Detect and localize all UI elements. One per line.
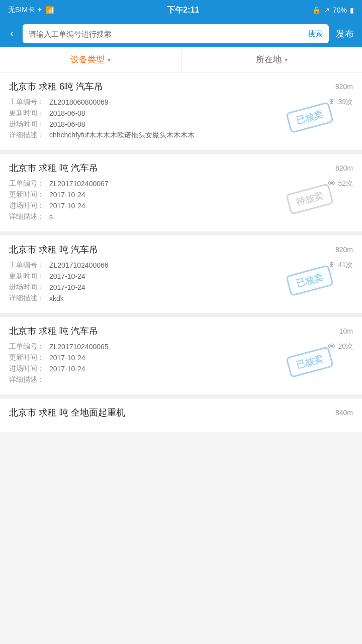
update-time-row: 更新时间： 2018-06-08 bbox=[9, 109, 353, 118]
entry-time-row: 进场时间： 2018-06-08 bbox=[9, 120, 353, 129]
item-title-row: 北京市 求租 吨 全地面起重机 840m bbox=[9, 407, 353, 419]
item-distance: 820m bbox=[335, 164, 353, 172]
view-count: 👁 41次 bbox=[328, 261, 353, 270]
entry-time-row: 进场时间： 2017-10-24 bbox=[9, 201, 353, 210]
no-sim-label: 无SIM卡 ✦ bbox=[8, 6, 43, 15]
item-title-row: 北京市 求租 6吨 汽车吊 820m bbox=[9, 80, 353, 93]
entry-time-value: 2017-10-24 bbox=[49, 283, 85, 291]
status-bar: 无SIM卡 ✦ 📶 下午2:11 🔒 ↗ 70% ▮ bbox=[0, 0, 362, 20]
item-distance: 820m bbox=[335, 83, 353, 91]
update-time-label: 更新时间： bbox=[9, 272, 49, 281]
search-container: 搜索 bbox=[23, 24, 329, 43]
eye-icon: 👁 bbox=[328, 261, 336, 270]
description-label: 详细描述： bbox=[9, 375, 49, 384]
order-no-value: ZL2017102400065 bbox=[49, 343, 109, 351]
order-no-value: ZL2018060800069 bbox=[49, 98, 109, 106]
order-no-value: ZL2017102400066 bbox=[49, 261, 109, 269]
item-distance: 820m bbox=[335, 246, 353, 254]
item-distance: 840m bbox=[335, 409, 353, 417]
update-time-value: 2017-10-24 bbox=[49, 272, 85, 280]
update-time-label: 更新时间： bbox=[9, 109, 49, 118]
item-title: 北京市 求租 吨 汽车吊 bbox=[9, 244, 98, 256]
list-item[interactable]: 北京市 求租 6吨 汽车吊 820m 工单编号： ZL2018060800069… bbox=[0, 72, 362, 150]
order-no-value: ZL2017102400067 bbox=[49, 180, 109, 188]
back-button[interactable]: ‹ bbox=[6, 23, 18, 44]
list-item[interactable]: 北京市 求租 吨 全地面起重机 840m bbox=[0, 398, 362, 432]
list-item[interactable]: 北京市 求租 吨 汽车吊 10m 工单编号： ZL2017102400065 👁… bbox=[0, 317, 362, 394]
description-label: 详细描述： bbox=[9, 212, 49, 221]
search-button[interactable]: 搜索 bbox=[302, 29, 329, 39]
update-time-value: 2017-10-24 bbox=[49, 191, 85, 199]
description-label: 详细描述： bbox=[9, 294, 49, 303]
order-no-row: 工单编号： ZL2017102400066 👁 41次 bbox=[9, 261, 353, 270]
wifi-icon: 📶 bbox=[46, 6, 54, 14]
item-title: 北京市 求租 吨 汽车吊 bbox=[9, 162, 98, 174]
description-value: chhchchfyfuf木木木木欧诺拖头女魔头木木木木 bbox=[49, 131, 195, 140]
battery-icon: ▮ bbox=[350, 6, 354, 14]
update-time-value: 2018-06-08 bbox=[49, 109, 85, 117]
nav-bar: ‹ 搜索 发布 bbox=[0, 20, 362, 47]
description-row: 详细描述： bbox=[9, 375, 353, 384]
view-count-label: 20次 bbox=[338, 342, 353, 351]
entry-time-label: 进场时间： bbox=[9, 201, 49, 210]
description-value: s bbox=[49, 213, 53, 221]
update-time-label: 更新时间： bbox=[9, 353, 49, 362]
filter-device-type[interactable]: 设备类型 ▾ bbox=[0, 47, 182, 72]
description-row: 详细描述： xkdk bbox=[9, 294, 353, 303]
list-item[interactable]: 北京市 求租 吨 汽车吊 820m 工单编号： ZL2017102400067 … bbox=[0, 154, 362, 231]
order-no-label: 工单编号： bbox=[9, 261, 49, 270]
entry-time-value: 2017-10-24 bbox=[49, 365, 85, 373]
item-title-row: 北京市 求租 吨 汽车吊 820m bbox=[9, 244, 353, 256]
order-no-label: 工单编号： bbox=[9, 98, 49, 107]
update-time-label: 更新时间： bbox=[9, 190, 49, 199]
update-time-value: 2017-10-24 bbox=[49, 354, 85, 362]
entry-time-value: 2017-10-24 bbox=[49, 202, 85, 210]
item-distance: 10m bbox=[339, 327, 353, 335]
item-title-row: 北京市 求租 吨 汽车吊 10m bbox=[9, 325, 353, 337]
view-count-label: 52次 bbox=[338, 179, 353, 188]
filter-device-type-arrow: ▾ bbox=[108, 56, 111, 63]
view-count: 👁 39次 bbox=[328, 98, 353, 107]
order-no-row: 工单编号： ZL2017102400067 👁 52次 bbox=[9, 179, 353, 188]
list-container: 北京市 求租 6吨 汽车吊 820m 工单编号： ZL2018060800069… bbox=[0, 72, 362, 432]
battery-label: 70% bbox=[333, 6, 347, 14]
list-item[interactable]: 北京市 求租 吨 汽车吊 820m 工单编号： ZL2017102400066 … bbox=[0, 235, 362, 313]
lock-icon: 🔒 bbox=[312, 6, 321, 14]
publish-button[interactable]: 发布 bbox=[334, 24, 356, 44]
filter-location-arrow: ▾ bbox=[285, 56, 288, 63]
view-count: 👁 52次 bbox=[328, 179, 353, 188]
view-count: 👁 20次 bbox=[328, 342, 353, 351]
filter-location-label: 所在地 bbox=[256, 54, 282, 65]
order-no-row: 工单编号： ZL2018060800069 👁 39次 bbox=[9, 98, 353, 107]
filter-bar: 设备类型 ▾ 所在地 ▾ bbox=[0, 47, 362, 72]
view-count-label: 41次 bbox=[338, 261, 353, 270]
order-no-row: 工单编号： ZL2017102400065 👁 20次 bbox=[9, 342, 353, 351]
filter-location[interactable]: 所在地 ▾ bbox=[182, 47, 363, 72]
order-no-label: 工单编号： bbox=[9, 342, 49, 351]
eye-icon: 👁 bbox=[328, 342, 336, 351]
entry-time-row: 进场时间： 2017-10-24 bbox=[9, 364, 353, 373]
status-left: 无SIM卡 ✦ 📶 bbox=[8, 6, 54, 15]
item-title: 北京市 求租 6吨 汽车吊 bbox=[9, 80, 103, 93]
filter-device-type-label: 设备类型 bbox=[70, 54, 105, 65]
item-title: 北京市 求租 吨 全地面起重机 bbox=[9, 407, 125, 419]
view-count-label: 39次 bbox=[338, 98, 353, 107]
update-time-row: 更新时间： 2017-10-24 bbox=[9, 190, 353, 199]
status-right: 🔒 ↗ 70% ▮ bbox=[312, 6, 354, 14]
description-value: xkdk bbox=[49, 294, 64, 302]
location-icon: ↗ bbox=[324, 6, 330, 14]
description-row: 详细描述： chhchchfyfuf木木木木欧诺拖头女魔头木木木木 bbox=[9, 131, 353, 140]
eye-icon: 👁 bbox=[328, 98, 336, 107]
description-label: 详细描述： bbox=[9, 131, 49, 140]
entry-time-label: 进场时间： bbox=[9, 120, 49, 129]
entry-time-value: 2018-06-08 bbox=[49, 120, 85, 128]
update-time-row: 更新时间： 2017-10-24 bbox=[9, 272, 353, 281]
eye-icon: 👁 bbox=[328, 179, 336, 188]
item-title-row: 北京市 求租 吨 汽车吊 820m bbox=[9, 162, 353, 174]
entry-time-label: 进场时间： bbox=[9, 283, 49, 292]
order-no-label: 工单编号： bbox=[9, 179, 49, 188]
status-time: 下午2:11 bbox=[167, 5, 199, 16]
entry-time-row: 进场时间： 2017-10-24 bbox=[9, 283, 353, 292]
entry-time-label: 进场时间： bbox=[9, 364, 49, 373]
search-input[interactable] bbox=[23, 30, 302, 38]
